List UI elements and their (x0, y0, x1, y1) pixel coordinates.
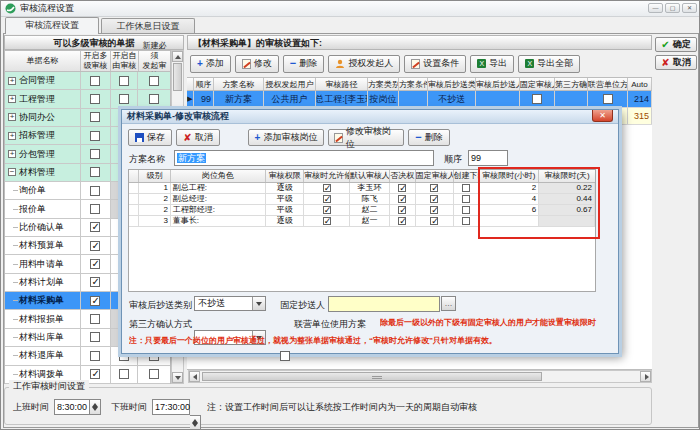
col-create-sub[interactable]: 创建下级 (454, 170, 480, 182)
set-condition-button[interactable]: 设置条件 (404, 55, 466, 73)
export-all-button[interactable]: X导出全部 (518, 55, 580, 73)
tree-row-contract[interactable]: +合同管理 (5, 72, 170, 90)
hscroll-thumb[interactable] (202, 372, 542, 381)
multilevel-checkbox[interactable] (90, 167, 100, 177)
col-joint-scheme[interactable]: 联营单位方案 (588, 78, 628, 90)
create-sub-checkbox[interactable] (462, 195, 470, 203)
col-doc-name[interactable]: 单据名称 (5, 51, 81, 71)
maximize-button[interactable]: ▢ (665, 3, 680, 13)
scroll-left-button[interactable] (189, 371, 200, 382)
col-scheme-name[interactable]: 方案名称 (214, 78, 264, 90)
scroll-right-button[interactable] (640, 371, 651, 382)
col-audit-perm[interactable]: 审核权限 (266, 170, 304, 182)
allow-edit-checkbox[interactable] (323, 184, 331, 192)
multilevel-checkbox[interactable] (90, 222, 100, 232)
scheme-name-input[interactable]: 新方案 (174, 150, 434, 166)
add-scheme-button[interactable]: +添加 (190, 55, 231, 73)
must-audit-checkbox[interactable] (149, 76, 159, 86)
col-cc-type[interactable]: 审核后抄送类别 (428, 78, 476, 90)
fixed-auditor-checkbox[interactable] (430, 195, 438, 203)
expand-icon[interactable]: + (8, 77, 16, 85)
tab-audit-flow-settings[interactable]: 审核流程设置 (5, 17, 99, 34)
multilevel-checkbox[interactable] (90, 94, 100, 104)
multilevel-checkbox[interactable] (90, 314, 100, 324)
multilevel-checkbox[interactable] (90, 296, 100, 306)
multilevel-checkbox[interactable] (90, 186, 100, 196)
end-time-input[interactable]: 17:30:00 (152, 399, 190, 415)
col-third-party[interactable]: 第三方确认 (555, 78, 588, 90)
cancel-button[interactable]: ✘取消 (655, 55, 697, 70)
free-audit-checkbox[interactable] (119, 369, 129, 379)
dialog-cancel-button[interactable]: ✘取消 (176, 129, 220, 146)
veto-checkbox[interactable] (398, 206, 406, 214)
multilevel-checkbox[interactable] (90, 332, 100, 342)
expand-icon[interactable]: + (8, 132, 16, 140)
col-order[interactable]: 顺序 (194, 78, 214, 90)
col-default-auditor[interactable]: 默认审核人 (350, 170, 390, 182)
veto-checkbox[interactable] (398, 184, 406, 192)
col-cc-person[interactable]: 审核后抄送人 (476, 78, 520, 90)
allow-edit-checkbox[interactable] (323, 195, 331, 203)
scheme-row-selected[interactable]: ▶ 99 新方案 公共用户 副总工程:[李玉环] 按岗位 不抄送 214 (187, 91, 652, 108)
multilevel-checkbox[interactable] (90, 149, 100, 159)
expand-icon[interactable]: + (8, 113, 16, 121)
multilevel-checkbox[interactable] (90, 112, 100, 122)
col-level[interactable]: 级别 (139, 170, 171, 182)
create-sub-checkbox[interactable] (462, 206, 470, 214)
tree-row-engineering[interactable]: +工程管理 (5, 90, 170, 108)
post-row[interactable]: 2 副总经理: 平级 陈飞 4 0.44 (129, 194, 595, 205)
scroll-down-button[interactable] (172, 372, 183, 383)
must-audit-checkbox[interactable] (149, 369, 159, 379)
create-sub-checkbox[interactable] (462, 217, 470, 225)
fixed-auditor-checkbox[interactable] (430, 217, 438, 225)
post-row[interactable]: 2 工程部经理: 平级 赵二 6 0.67 (129, 205, 595, 216)
col-audit-path[interactable]: 审核路径 (316, 78, 368, 90)
post-row[interactable]: 3 董事长: 逐级 赵一 (129, 216, 595, 227)
edit-scheme-button[interactable]: 修改 (235, 55, 279, 73)
col-auto[interactable]: Auto (628, 78, 652, 90)
collapse-icon[interactable]: − (8, 168, 16, 176)
edit-audit-post-button[interactable]: 修改审核岗位 (328, 129, 404, 146)
col-post-role[interactable]: 岗位角色 (171, 170, 267, 182)
multilevel-checkbox[interactable] (90, 351, 100, 361)
multilevel-checkbox[interactable] (90, 369, 100, 379)
end-time-spinner[interactable] (190, 415, 201, 430)
fixed-auditor-checkbox[interactable] (532, 94, 542, 104)
must-audit-checkbox[interactable] (149, 94, 159, 104)
start-time-spinner[interactable] (90, 399, 101, 415)
multilevel-checkbox[interactable] (90, 131, 100, 141)
cc-person-input[interactable] (328, 296, 440, 312)
expand-icon[interactable]: + (8, 150, 16, 158)
joint-scheme-checkbox[interactable] (603, 94, 613, 104)
free-audit-checkbox[interactable] (119, 76, 129, 86)
expand-icon[interactable]: + (8, 95, 16, 103)
tab-rest-day-settings[interactable]: 工作休息日设置 (101, 18, 195, 34)
authorize-initiator-button[interactable]: 授权发起人 (328, 55, 400, 73)
col-auth-user[interactable]: 授权发起用户 (264, 78, 316, 90)
multilevel-checkbox[interactable] (90, 259, 100, 269)
save-button[interactable]: 保存 (128, 129, 172, 146)
veto-checkbox[interactable] (398, 217, 406, 225)
col-veto[interactable]: 否决权 (390, 170, 416, 182)
dropdown-arrow-icon[interactable] (252, 297, 265, 310)
scheme-grid-hscrollbar[interactable] (188, 370, 652, 383)
veto-checkbox[interactable] (398, 195, 406, 203)
col-must-audit[interactable]: 新建必须 发起审核 (139, 51, 170, 71)
cc-person-picker-button[interactable]: … (441, 296, 456, 311)
delete-audit-post-button[interactable]: −删除 (408, 129, 450, 146)
joint-use-checkbox[interactable] (280, 351, 290, 361)
cc-type-dropdown[interactable]: 不抄送 (194, 296, 266, 311)
scroll-up-button[interactable] (172, 51, 183, 62)
close-button[interactable]: ✕ (682, 3, 697, 13)
col-fixed-auditor[interactable]: 固定审核人 (520, 78, 555, 90)
delete-scheme-button[interactable]: −删除 (283, 55, 324, 73)
scroll-thumb[interactable] (173, 63, 182, 91)
dialog-close-button[interactable]: ✕ (592, 110, 613, 122)
col-limit-days[interactable]: 审核限时(天) (539, 170, 595, 182)
fixed-auditor-checkbox[interactable] (430, 184, 438, 192)
multilevel-checkbox[interactable] (90, 76, 100, 86)
col-multilevel-audit[interactable]: 开启多 级审核 (81, 51, 111, 71)
col-scheme-category[interactable]: 方案类别 (368, 78, 399, 90)
multilevel-checkbox[interactable] (90, 241, 100, 251)
create-sub-checkbox[interactable] (462, 184, 470, 192)
